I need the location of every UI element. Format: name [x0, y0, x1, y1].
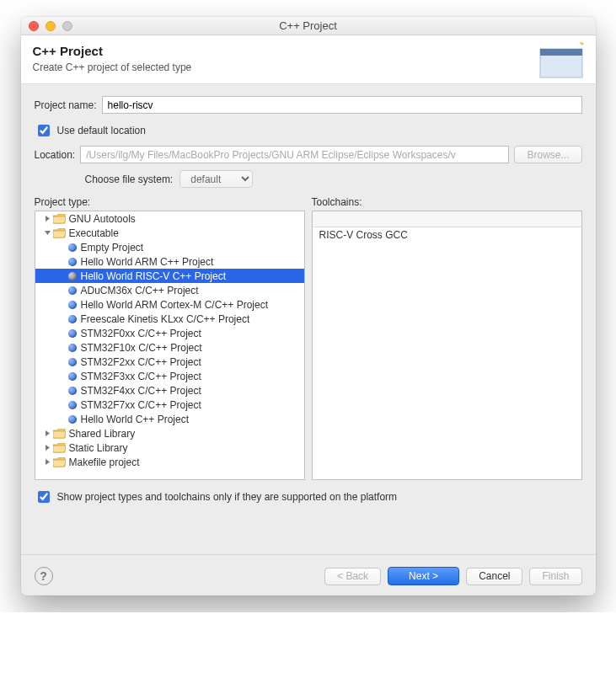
show-supported-checkbox[interactable] [38, 491, 50, 503]
tree-item[interactable]: STM32F10x C/C++ Project [35, 340, 304, 355]
tree-item[interactable]: Static Library [35, 440, 304, 455]
project-template-icon [68, 272, 77, 280]
tree-item-label: Hello World C++ Project [81, 414, 190, 425]
use-default-location-label: Use default location [57, 125, 146, 136]
browse-button: Browse... [514, 146, 581, 163]
tree-item[interactable]: GNU Autotools [35, 211, 304, 226]
svg-marker-6 [46, 445, 50, 451]
project-template-icon [68, 329, 77, 338]
dialog-window: C++ Project C++ Project Create C++ proje… [21, 17, 596, 595]
project-template-icon [68, 315, 77, 323]
titlebar: C++ Project [21, 17, 596, 35]
window-title: C++ Project [21, 19, 596, 32]
page-title: C++ Project [33, 44, 584, 58]
toolchain-item[interactable]: RISC-V Cross GCC [313, 227, 581, 243]
next-button[interactable]: Next > [388, 567, 459, 585]
tree-item[interactable]: Hello World C++ Project [35, 412, 304, 426]
project-template-icon [68, 344, 77, 352]
tree-item[interactable]: Hello World RISC-V C++ Project [35, 269, 304, 283]
wizard-banner-icon [537, 40, 587, 81]
tree-item-label: GNU Autotools [69, 213, 136, 225]
tree-item-label: STM32F0xx C/C++ Project [81, 328, 201, 339]
tree-item-label: STM32F10x C/C++ Project [81, 342, 202, 354]
tree-item-label: Hello World ARM C++ Project [81, 256, 214, 268]
page-subtitle: Create C++ project of selected type [33, 61, 584, 73]
location-input [80, 146, 509, 163]
svg-marker-7 [46, 459, 50, 465]
tree-item[interactable]: STM32F7xx C/C++ Project [35, 398, 304, 412]
tree-item-label: Empty Project [81, 242, 144, 254]
window-minimize-button[interactable] [46, 21, 56, 31]
tree-item-label: Executable [69, 227, 119, 239]
tree-item[interactable]: Hello World ARM Cortex-M C/C++ Project [35, 297, 304, 312]
tree-item[interactable]: Freescale Kinetis KLxx C/C++ Project [35, 312, 304, 326]
project-template-icon [68, 387, 77, 395]
svg-marker-3 [46, 216, 50, 222]
project-name-label: Project name: [35, 99, 97, 111]
tree-item[interactable]: Empty Project [35, 240, 304, 254]
dialog-header: C++ Project Create C++ project of select… [21, 35, 596, 84]
window-zoom-button [62, 21, 72, 31]
back-button: < Back [324, 568, 381, 585]
svg-rect-1 [540, 49, 582, 56]
help-icon[interactable]: ? [35, 567, 53, 585]
svg-marker-2 [579, 42, 584, 45]
project-template-icon [68, 301, 77, 309]
tree-item-label: Hello World RISC-V C++ Project [81, 270, 227, 282]
svg-marker-5 [46, 430, 50, 436]
toolchains-label: Toolchains: [312, 196, 582, 208]
tree-item-label: ADuCM36x C/C++ Project [81, 285, 199, 296]
project-template-icon [68, 415, 77, 424]
dialog-body: Project name: Use default location Locat… [21, 84, 596, 554]
toolchains-header [313, 211, 581, 227]
svg-marker-4 [45, 231, 51, 235]
cancel-button[interactable]: Cancel [466, 568, 522, 585]
choose-filesystem-select: default [179, 170, 253, 188]
project-type-tree[interactable]: GNU Autotools ExecutableEmpty ProjectHel… [35, 211, 305, 480]
tree-item[interactable]: STM32F0xx C/C++ Project [35, 326, 304, 340]
tree-item[interactable]: Hello World ARM C++ Project [35, 254, 304, 269]
tree-item[interactable]: Shared Library [35, 426, 304, 440]
tree-item-label: STM32F7xx C/C++ Project [81, 399, 201, 411]
tree-item[interactable]: Makefile project [35, 455, 304, 469]
project-template-icon [68, 286, 77, 295]
project-template-icon [68, 243, 77, 252]
tree-item-label: Freescale Kinetis KLxx C/C++ Project [81, 313, 250, 325]
tree-item-label: STM32F3xx C/C++ Project [81, 371, 201, 382]
tree-item-label: STM32F4xx C/C++ Project [81, 385, 201, 397]
project-template-icon [68, 401, 77, 409]
project-template-icon [68, 358, 77, 366]
tree-item-label: Static Library [69, 442, 128, 454]
project-type-label: Project type: [35, 196, 305, 208]
toolchains-list[interactable]: RISC-V Cross GCC [312, 211, 582, 480]
tree-item-label: STM32F2xx C/C++ Project [81, 356, 201, 368]
tree-item[interactable]: ADuCM36x C/C++ Project [35, 283, 304, 297]
use-default-location-checkbox[interactable] [38, 125, 50, 136]
project-template-icon [68, 372, 77, 381]
finish-button: Finish [529, 568, 581, 585]
project-template-icon [68, 258, 77, 266]
tree-item[interactable]: Executable [35, 226, 304, 240]
window-close-button[interactable] [29, 21, 39, 31]
project-name-input[interactable] [102, 96, 582, 114]
tree-item[interactable]: STM32F3xx C/C++ Project [35, 369, 304, 383]
choose-filesystem-label: Choose file system: [85, 174, 174, 185]
show-supported-label: Show project types and toolchains only i… [57, 491, 398, 503]
dialog-footer: ? < Back Next > Cancel Finish [21, 554, 596, 595]
tree-item[interactable]: STM32F2xx C/C++ Project [35, 355, 304, 369]
tree-item-label: Makefile project [69, 456, 140, 468]
tree-item-label: Shared Library [69, 428, 136, 440]
tree-item-label: Hello World ARM Cortex-M C/C++ Project [81, 299, 269, 311]
location-label: Location: [35, 149, 76, 161]
tree-item[interactable]: STM32F4xx C/C++ Project [35, 383, 304, 398]
